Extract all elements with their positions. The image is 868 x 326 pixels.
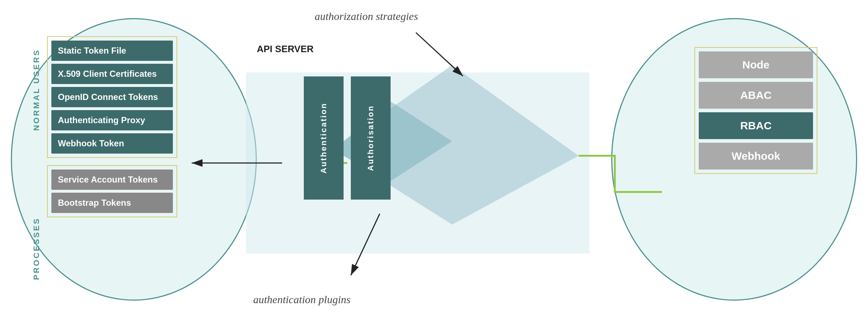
center-area: API SERVER Authentication Authorisation [246,43,448,283]
api-server-label: API SERVER [257,43,448,55]
list-item: Bootstrap Tokens [51,193,173,213]
right-panel: Node ABAC RBAC Webhook [694,47,817,174]
list-item: Service Account Tokens [51,170,173,190]
abac-item: ABAC [699,82,813,109]
authorization-strategies-box: Node ABAC RBAC Webhook [694,47,817,174]
list-item: Static Token File [51,41,173,61]
authorisation-box: Authorisation [351,76,391,200]
diagram-container: NORMAL USERS PROCESSES Static Token File… [0,0,868,326]
authentication-plugins-label: authentication plugins [253,293,350,306]
authorization-strategies-label: authorization strategies [315,10,418,22]
server-boxes: Authentication Authorisation [246,76,448,200]
left-panel: Static Token File X.509 Client Certifica… [47,36,177,217]
rbac-item: RBAC [699,112,813,139]
processes-box: Service Account Tokens Bootstrap Tokens [47,165,177,217]
authentication-box: Authentication [304,76,344,200]
list-item: Webhook Token [51,133,173,154]
normal-users-box: Static Token File X.509 Client Certifica… [47,36,177,158]
webhook-item: Webhook [699,143,813,170]
normal-users-label: NORMAL USERS [32,49,41,131]
list-item: X.509 Client Certificates [51,64,173,84]
list-item: Authenticating Proxy [51,110,173,130]
list-item: OpenID Connect Tokens [51,87,173,107]
node-item: Node [699,51,813,78]
processes-label: PROCESSES [32,217,41,280]
